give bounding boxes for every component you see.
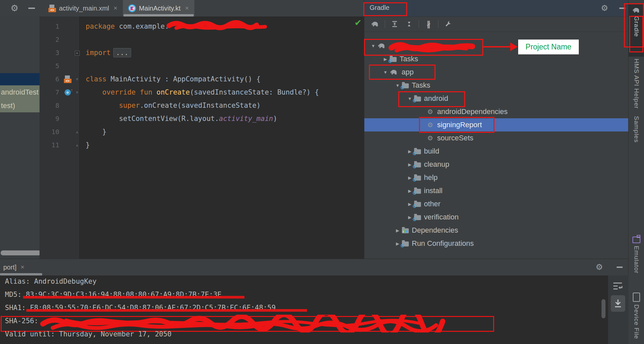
override-method-icon: o↑ xyxy=(65,89,71,96)
right-tab-label: Samples xyxy=(633,116,640,143)
tree-item-label: app xyxy=(402,68,414,76)
task-folder-icon: ⚙ xyxy=(402,242,409,246)
code-line: 6▿class MainActivity : AppCompatActivity… xyxy=(40,72,364,86)
right-tab-gradle[interactable]: Gradle xyxy=(629,4,644,57)
gear-icon[interactable]: ⚙ xyxy=(596,262,603,272)
tree-item-label: Dependencies xyxy=(412,226,458,235)
code-line: 3+import... xyxy=(40,46,364,59)
tree-chevron-down-icon[interactable]: ▼ xyxy=(381,70,390,75)
soft-wrap-icon[interactable] xyxy=(613,281,623,292)
expand-all-icon[interactable] xyxy=(390,19,400,29)
close-icon[interactable]: ✕ xyxy=(185,5,189,11)
annotation-box-sha256 xyxy=(1,316,494,332)
gradle-tree-item-signingreport[interactable]: ⚙signingReport xyxy=(364,118,629,131)
code-line: 8 super.onCreate(savedInstanceState) xyxy=(40,99,364,112)
code-text: } xyxy=(81,141,90,149)
gradle-tree-item-install[interactable]: ▶⚙install xyxy=(364,184,629,197)
vertical-scrollbar[interactable] xyxy=(602,299,605,318)
fold-marker-icon[interactable]: + xyxy=(73,50,81,56)
line-number: 6 xyxy=(40,75,62,83)
right-tab-device-file[interactable]: Device File xyxy=(629,293,644,344)
right-tab-label: HMS API Helper xyxy=(633,59,640,109)
task-gear-icon: ⚙ xyxy=(426,134,434,142)
fold-marker-icon[interactable]: ▿ xyxy=(73,76,81,82)
minimize-icon[interactable] xyxy=(617,267,623,268)
fold-marker-icon[interactable]: ▿ xyxy=(73,89,81,95)
toolbar-separator xyxy=(438,20,438,28)
run-tab-label: port] xyxy=(3,264,16,271)
offline-mode-icon[interactable]: ∦ xyxy=(424,19,434,29)
collapse-all-icon[interactable] xyxy=(404,19,414,29)
scroll-to-end-icon[interactable] xyxy=(611,295,625,312)
tree-item-label: signingReport xyxy=(437,121,482,129)
gradle-tree-item-android[interactable]: ▼⚙android xyxy=(364,92,629,105)
project-tree-row[interactable]: test) xyxy=(0,99,40,112)
line-number: 8 xyxy=(40,101,62,109)
code-lines: 1package com.example.23+import...56▿clas… xyxy=(40,20,364,152)
task-folder-icon: ⚙ xyxy=(414,189,421,194)
close-icon[interactable]: ✕ xyxy=(113,5,118,11)
gradle-tree-item-tasks[interactable]: ▼⚙Tasks xyxy=(364,79,629,92)
gradle-panel-header: Gradle ⚙ xyxy=(364,0,629,17)
code-line: 1package com.example. xyxy=(40,20,364,33)
gradle-tree-item-cleanup[interactable]: ▶⚙cleanup xyxy=(364,158,629,171)
task-gear-icon: ⚙ xyxy=(426,121,434,129)
editor-tab-label: activity_main.xml xyxy=(59,5,109,12)
toolbar-separator xyxy=(419,20,419,28)
code-text: import... xyxy=(81,48,131,57)
fold-plus-icon[interactable]: + xyxy=(75,51,80,56)
gradle-tree-item-run-configurations[interactable]: ▶⚙Run Configurations xyxy=(364,237,629,250)
gradle-elephant-icon xyxy=(390,69,399,75)
project-selected-row[interactable] xyxy=(0,73,40,85)
project-name-callout-label: Project Name xyxy=(518,40,579,54)
code-text: package com.example. xyxy=(81,22,169,30)
editor-tab-MainActivity.kt[interactable]: MainActivity.kt✕ xyxy=(123,0,194,16)
gradle-tree-item-sourcesets[interactable]: ⚙sourceSets xyxy=(364,131,629,145)
output-line: SHA1: F8:08:59:55:70:E6:DC:54:D8:87:06:A… xyxy=(0,304,608,317)
minimize-icon[interactable] xyxy=(619,8,625,9)
horizontal-scrollbar[interactable] xyxy=(1,250,41,255)
tree-item-label: build xyxy=(424,147,439,156)
minimize-icon[interactable] xyxy=(28,8,35,9)
tree-chevron-down-icon[interactable]: ▼ xyxy=(369,43,378,48)
right-tab-emulator[interactable]: Emulator xyxy=(629,237,644,273)
right-tab-label: Device File xyxy=(633,304,640,339)
tree-item-label: other xyxy=(424,200,440,208)
gear-icon[interactable]: ⚙ xyxy=(601,3,608,13)
build-tool-settings-icon[interactable] xyxy=(443,19,453,29)
gradle-tree-item-other[interactable]: ▶⚙other xyxy=(364,197,629,211)
code-line: 7o↑▿ override fun onCreate(savedInstance… xyxy=(40,86,364,99)
gradle-tree-item-build[interactable]: ▶⚙build xyxy=(364,145,629,158)
right-tab-samples[interactable]: Samples xyxy=(629,116,644,143)
project-tree-row[interactable]: androidTest xyxy=(0,85,40,99)
active-tab-underline xyxy=(124,14,194,16)
fold-marker-icon[interactable]: ▵ xyxy=(73,142,81,148)
tree-item-label: help xyxy=(424,173,438,182)
output-line: Valid until: Thursday, November 17, 2050 xyxy=(0,330,608,343)
editor-tab-activity_main.xml[interactable]: activity_main.xml✕ xyxy=(43,0,123,16)
gradle-tree-item-project-root[interactable]: ▼ xyxy=(364,39,629,52)
gradle-tree-item-verification[interactable]: ▶⚙verification xyxy=(364,211,629,224)
gradle-tree-item-tasks[interactable]: ▶⚙Tasks xyxy=(364,52,629,66)
output-line: MD5: 83:9C:3C:9D:C3:16:94:88:08:80:67:A9… xyxy=(0,291,608,304)
gradle-tree-item-androiddependencies[interactable]: ⚙androidDependencies xyxy=(364,105,629,118)
gradle-tree-item-app[interactable]: ▼app xyxy=(364,66,629,79)
inspection-ok-check-icon: ✔ xyxy=(354,18,362,28)
gear-icon[interactable]: ⚙ xyxy=(11,3,18,14)
tree-chevron-right-icon[interactable]: ▶ xyxy=(393,228,402,233)
close-icon[interactable]: ✕ xyxy=(20,264,25,270)
task-gear-icon: ⚙ xyxy=(426,108,434,116)
task-folder-icon: ⚙ xyxy=(414,162,421,167)
right-tab-hms-api-helper[interactable]: HMS API Helper xyxy=(629,59,644,109)
gradle-toolbar: ∦ xyxy=(364,16,629,32)
right-tab-label: Emulator xyxy=(633,246,640,273)
gradle-tree-item-dependencies[interactable]: ▶Dependencies xyxy=(364,224,629,237)
fold-marker-icon[interactable]: ▵ xyxy=(73,129,81,135)
output-icon-strip xyxy=(608,275,629,344)
tree-item-label: cleanup xyxy=(424,160,449,169)
gradle-refresh-icon[interactable] xyxy=(370,19,380,29)
tree-item-label: sourceSets xyxy=(437,134,473,142)
gradle-tree-item-help[interactable]: ▶⚙help xyxy=(364,171,629,184)
code-editor[interactable]: 1package com.example.23+import...56▿clas… xyxy=(40,16,364,259)
redaction-strike xyxy=(23,296,244,299)
